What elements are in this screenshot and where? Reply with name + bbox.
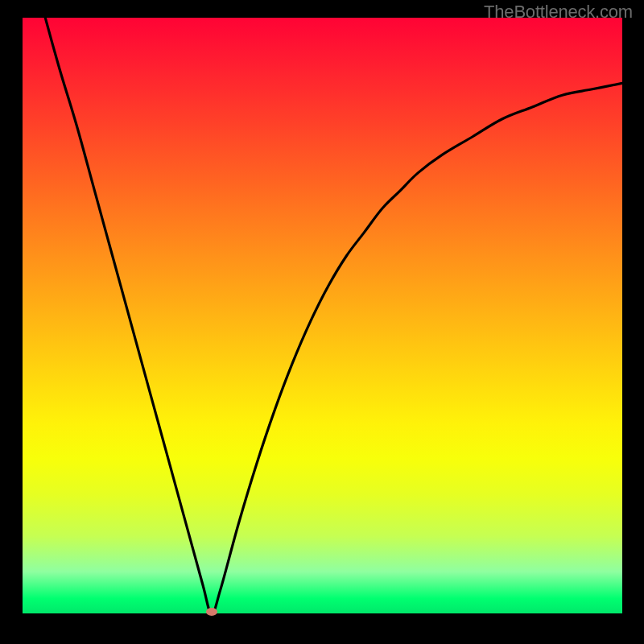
- chart-frame: TheBottleneck.com: [0, 0, 644, 644]
- bottleneck-curve: [23, 18, 622, 613]
- watermark-text: TheBottleneck.com: [484, 2, 633, 23]
- plot-area: [23, 18, 622, 613]
- minimum-marker: [206, 608, 217, 616]
- curve-layer: [23, 18, 622, 613]
